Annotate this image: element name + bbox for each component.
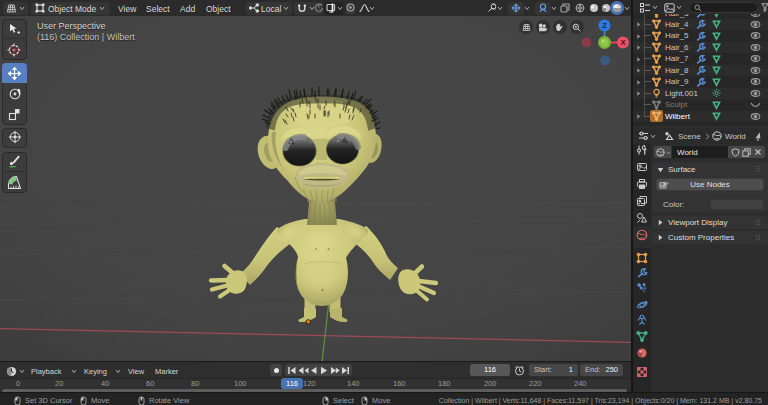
- svg-text:Z: Z: [602, 21, 607, 30]
- svg-text:X: X: [620, 38, 625, 47]
